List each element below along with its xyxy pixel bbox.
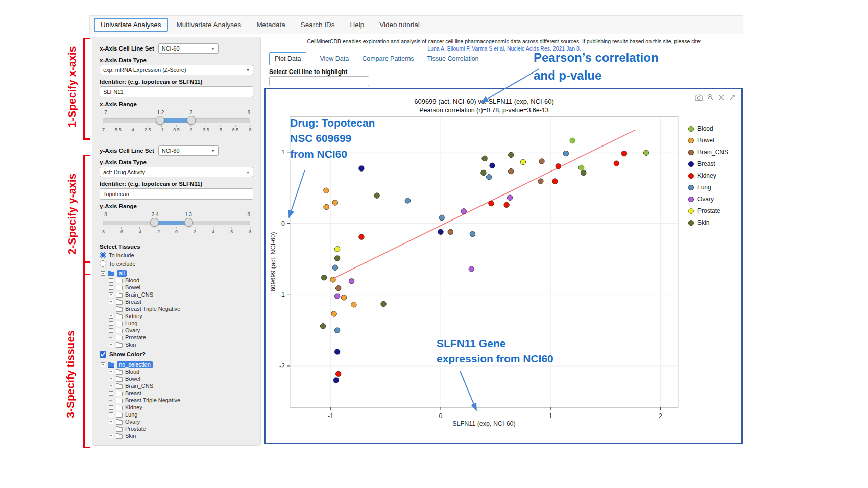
zoom-in-icon[interactable] [707,94,714,101]
data-point-ovary[interactable] [334,294,340,299]
data-point-lung[interactable] [563,151,569,156]
radio-to-include-input[interactable] [100,252,106,258]
legend-item-kidney[interactable]: Kidney [688,172,728,179]
tree-item-lung[interactable]: +Lung [109,411,253,418]
tree-item-skin[interactable]: +Skin [109,341,253,348]
data-point-ovary[interactable] [461,209,467,214]
y-identifier-input[interactable] [100,188,253,200]
nav-item-video-tutorial[interactable]: Video tutorial [373,18,426,32]
radio-to-exclude[interactable]: To exclude [100,259,253,268]
expand-icon[interactable]: + [109,278,113,283]
autoscale-icon[interactable] [729,94,735,101]
show-color-checkbox[interactable] [100,351,106,358]
x-axis-range-slider[interactable]: -78-1.22-7-5.5-4-2.5-10.523.556.58 [103,110,250,135]
data-point-skin[interactable] [481,170,487,176]
data-point-brain-cns[interactable] [538,179,544,184]
x-axis-range-slider-from-handle[interactable] [156,116,164,125]
expand-icon[interactable]: + [109,343,113,347]
data-point-breast[interactable] [333,378,339,383]
expand-icon[interactable]: + [109,370,113,374]
tree-item-kidney[interactable]: +Kidney [109,312,253,320]
legend-item-breast[interactable]: Breast [688,160,728,167]
legend-item-ovary[interactable]: Ovary [688,196,728,203]
expand-icon[interactable]: + [109,321,113,326]
data-point-kidney[interactable] [552,179,558,184]
expand-icon[interactable]: + [109,377,113,381]
data-point-skin[interactable] [381,301,387,307]
tree-item-blood[interactable]: +Blood [109,368,253,375]
tree-item-lung[interactable]: +Lung [109,320,253,327]
data-point-kidney[interactable] [335,371,341,377]
data-point-blood[interactable] [643,150,649,156]
x-data-type-select[interactable]: exp: mRNA Expression (Z-Score) ▼ [100,65,253,75]
data-point-breast[interactable] [438,229,444,235]
y-cell-line-set-select[interactable]: NCI-60 ▼ [158,145,219,156]
citation-link[interactable]: Luna A, Elloumi F, Varma S et al. Nuclei… [427,45,581,52]
nav-item-help[interactable]: Help [343,18,371,32]
data-point-skin[interactable] [320,323,326,329]
data-point-lung[interactable] [332,265,338,271]
legend-item-bowel[interactable]: Bowel [688,137,728,144]
data-point-bowel[interactable] [324,204,329,210]
expand-icon[interactable]: + [109,391,113,396]
expand-icon[interactable]: + [109,292,113,297]
tree-item-ovary[interactable]: +Ovary [109,327,253,334]
highlight-input[interactable] [269,76,369,86]
tree-item-skin[interactable]: +Skin [109,432,253,440]
tab-view-data[interactable]: View Data [320,55,349,62]
tree-root-no-selection[interactable]: −no_selection [101,361,253,368]
data-point-kidney[interactable] [504,202,510,208]
tree-item-blood[interactable]: +Blood [109,277,253,284]
data-point-kidney[interactable] [556,164,561,169]
tree-item-kidney[interactable]: +Kidney [109,404,253,411]
tree-item-prostate[interactable]: Prostate [109,334,253,341]
tree-item-breast-triple-negative[interactable]: Breast Triple Negative [109,397,253,404]
nav-item-metadata[interactable]: Metadata [250,18,292,32]
tree-item-bowel[interactable]: +Bowel [109,375,253,382]
legend-item-prostate[interactable]: Prostate [688,207,728,214]
data-point-skin[interactable] [321,275,327,280]
collapse-icon[interactable]: − [101,271,105,276]
tab-tissue-correlation[interactable]: Tissue Correlation [427,55,479,62]
tree-item-brain-cns[interactable]: +Brain_CNS [109,291,253,298]
data-point-lung[interactable] [439,215,445,221]
tree-item-breast[interactable]: +Breast [109,389,253,397]
data-point-skin[interactable] [374,193,380,199]
expand-icon[interactable]: + [109,405,113,410]
data-point-lung[interactable] [334,328,340,333]
legend-item-blood[interactable]: Blood [688,125,728,132]
radio-to-include[interactable]: To include [100,251,253,259]
tree-item-prostate[interactable]: Prostate [109,425,253,432]
tree-item-breast[interactable]: +Breast [109,298,253,305]
expand-icon[interactable]: + [109,384,113,388]
legend-item-lung[interactable]: Lung [688,184,728,191]
data-point-bowel[interactable] [324,188,329,193]
expand-icon[interactable]: + [109,434,113,438]
collapse-icon[interactable]: − [101,362,105,367]
data-point-bowel[interactable] [332,200,338,206]
data-point-ovary[interactable] [349,278,354,284]
zoom-box-icon[interactable] [718,94,725,101]
data-point-brain-cns[interactable] [539,159,545,164]
data-point-prostate[interactable] [334,247,340,252]
show-color-row[interactable]: Show Color? [100,349,253,359]
data-point-breast[interactable] [490,163,495,168]
tree-item-ovary[interactable]: +Ovary [109,418,253,425]
data-point-breast[interactable] [359,166,365,172]
data-point-lung[interactable] [486,174,492,180]
tree-item-brain-cns[interactable]: +Brain_CNS [109,382,253,389]
data-point-blood[interactable] [578,165,584,170]
x-axis-range-slider-to-handle[interactable] [187,116,196,125]
expand-icon[interactable]: + [109,412,113,417]
expand-icon[interactable]: + [109,285,113,290]
radio-to-exclude-input[interactable] [100,260,106,267]
nav-item-multivariate-analyses[interactable]: Multivariate Analyses [170,18,248,32]
tab-plot-data[interactable]: Plot Data [269,52,306,65]
expand-icon[interactable]: + [109,300,113,304]
y-axis-range-slider-from-handle[interactable] [150,218,159,227]
tree-item-bowel[interactable]: +Bowel [109,284,253,291]
data-point-kidney[interactable] [489,201,494,206]
data-point-bowel[interactable] [351,302,357,308]
data-point-bowel[interactable] [330,277,336,283]
data-point-brain-cns[interactable] [335,285,341,291]
